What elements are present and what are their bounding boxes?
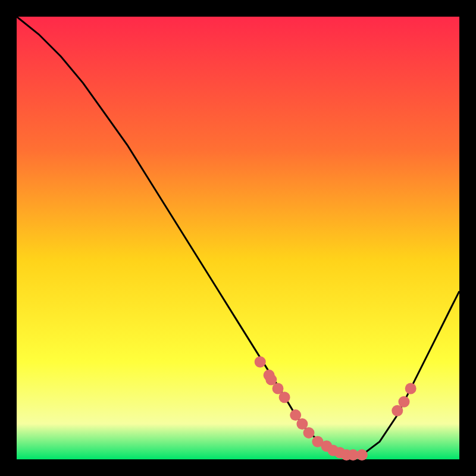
- bottleneck-chart: [0, 0, 476, 476]
- sample-point: [279, 392, 290, 403]
- sample-point: [356, 449, 368, 461]
- sample-point: [303, 427, 315, 439]
- sample-point: [255, 356, 266, 368]
- sample-point: [405, 383, 416, 394]
- sample-point: [399, 396, 410, 408]
